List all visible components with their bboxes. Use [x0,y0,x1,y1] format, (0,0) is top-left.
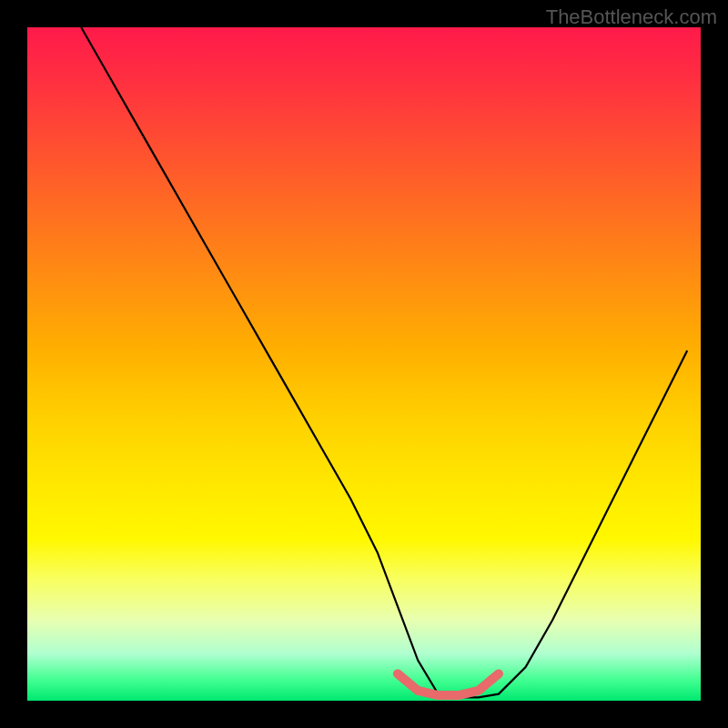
optimal-zone-highlight [398,673,499,695]
chart-gradient-background [27,27,701,701]
chart-svg [27,27,701,701]
watermark-text: TheBottleneck.com [546,5,717,29]
bottleneck-curve-line [81,27,687,697]
